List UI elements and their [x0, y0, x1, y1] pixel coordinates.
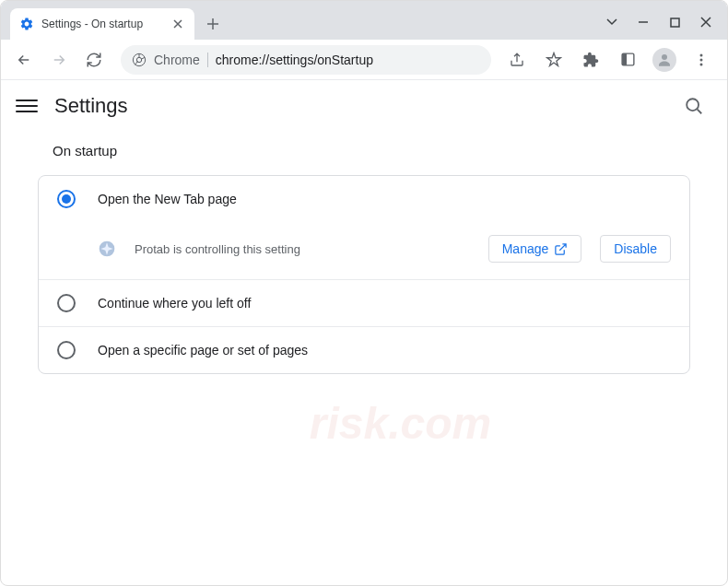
address-origin: Chrome: [154, 53, 200, 67]
minimize-button[interactable]: [637, 16, 650, 29]
extension-icon: [98, 240, 116, 258]
svg-point-5: [662, 54, 667, 60]
extensions-icon[interactable]: [576, 45, 605, 75]
close-button[interactable]: [699, 16, 712, 29]
option-specific[interactable]: Open a specific page or set of pages: [39, 327, 689, 373]
option-label: Open the New Tab page: [98, 192, 237, 206]
option-label: Continue where you left off: [98, 296, 251, 311]
svg-point-9: [687, 99, 699, 111]
radio-unselected[interactable]: [57, 294, 76, 312]
gear-icon: [19, 17, 34, 31]
startup-card: Open the New Tab page Protab is controll…: [38, 175, 690, 374]
forward-button[interactable]: [43, 44, 75, 76]
radio-selected[interactable]: [57, 190, 76, 208]
profile-button[interactable]: [650, 45, 679, 75]
manage-button[interactable]: Manage: [488, 235, 582, 263]
svg-point-7: [700, 58, 703, 61]
watermark-sub: risk.com: [310, 398, 491, 449]
app-header: Settings: [1, 80, 727, 132]
extension-notice: Protab is controlling this setting Manag…: [39, 222, 689, 279]
disable-button[interactable]: Disable: [600, 235, 671, 263]
page-title: Settings: [54, 94, 128, 118]
svg-rect-4: [622, 53, 627, 65]
back-button[interactable]: [8, 44, 40, 76]
svg-point-6: [700, 53, 703, 56]
new-tab-button[interactable]: [200, 11, 226, 37]
panel-icon[interactable]: [613, 45, 642, 75]
manage-label: Manage: [502, 241, 549, 256]
close-icon[interactable]: [170, 17, 185, 31]
avatar-icon: [652, 48, 676, 72]
svg-rect-0: [671, 18, 679, 27]
search-button[interactable]: [675, 88, 712, 124]
menu-icon[interactable]: [687, 45, 716, 75]
extension-text: Protab is controlling this setting: [135, 242, 470, 256]
address-bar[interactable]: Chrome chrome://settings/onStartup: [121, 45, 491, 75]
hamburger-button[interactable]: [16, 95, 38, 117]
external-link-icon: [554, 242, 568, 256]
content: On startup Open the New Tab page Protab …: [1, 132, 727, 385]
radio-unselected[interactable]: [57, 341, 76, 359]
chrome-icon: [132, 53, 147, 67]
separator: [207, 53, 208, 67]
star-icon[interactable]: [539, 45, 569, 75]
section-title: On startup: [38, 143, 690, 158]
option-new-tab[interactable]: Open the New Tab page: [39, 176, 689, 222]
toolbar: Chrome chrome://settings/onStartup: [1, 40, 727, 80]
svg-point-8: [700, 63, 703, 65]
option-label: Open a specific page or set of pages: [98, 343, 308, 357]
tab-title: Settings - On startup: [41, 18, 163, 30]
chevron-down-icon[interactable]: [605, 16, 618, 29]
reload-button[interactable]: [78, 44, 110, 76]
browser-tab[interactable]: Settings - On startup: [10, 8, 194, 40]
titlebar: Settings - On startup: [1, 1, 727, 40]
maximize-button[interactable]: [668, 16, 681, 29]
disable-label: Disable: [614, 241, 657, 256]
share-icon[interactable]: [502, 45, 532, 75]
option-continue[interactable]: Continue where you left off: [39, 280, 689, 326]
address-path: chrome://settings/onStartup: [216, 53, 373, 67]
